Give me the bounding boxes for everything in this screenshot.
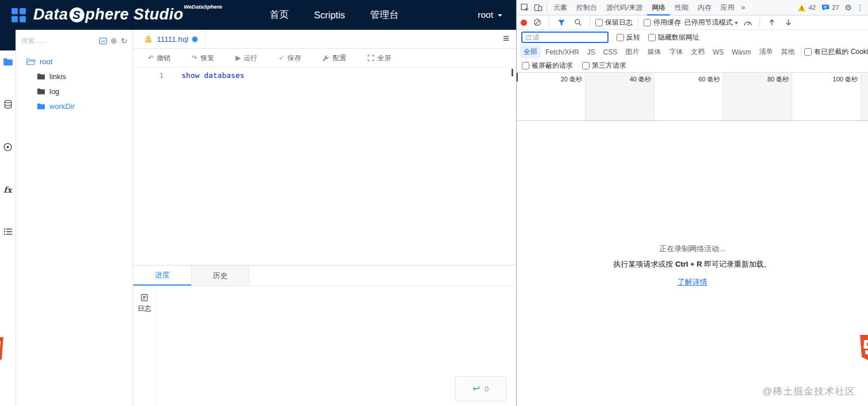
app-logo[interactable]: Data S phere Studio [33,6,184,24]
import-har-icon[interactable] [765,15,778,29]
code-editor[interactable]: 1 show databases [133,68,516,265]
throttling-select[interactable]: 已停用节流模式 ▾ [684,18,738,28]
hide-data-urls-checkbox[interactable] [648,34,656,41]
code-line[interactable]: show databases [172,68,245,265]
tab-memory[interactable]: 内存 [693,0,716,15]
user-menu[interactable]: root [478,0,502,30]
tab-progress[interactable]: 进度 [133,266,191,286]
filter-chip-css[interactable]: CSS [600,46,621,58]
target-icon[interactable] [3,142,13,152]
filter-chip-ws[interactable]: WS [709,46,727,58]
record-button[interactable] [521,19,527,26]
tree-item-root[interactable]: root [16,54,133,69]
tab-performance[interactable]: 性能 [670,0,693,15]
tab-history[interactable]: 历史 [191,266,249,286]
editor-tabbar: 11111.hql ≡ [133,30,516,49]
apps-grid-icon[interactable] [11,8,26,23]
more-tabs-icon[interactable]: » [739,3,747,11]
undo-button[interactable]: ↶ 撤销 [148,53,170,63]
run-label: 运行 [243,53,257,63]
tab-console[interactable]: 控制台 [572,0,602,15]
file-explorer: ⊕ ↻ root linkis log workDir [16,30,133,406]
brand-post: phere Studio [86,6,184,24]
filter-chip-fonts[interactable]: 字体 [665,45,686,58]
tab-sources[interactable]: 源代码/来源 [602,0,647,15]
run-button[interactable]: ▶ 运行 [235,53,257,63]
nav-item-home[interactable]: 首页 [270,9,289,21]
filter-chip-docs[interactable]: 文档 [687,45,708,58]
timeline-band: 60 毫秒 [654,73,723,120]
editor-tab-hql[interactable]: 11111.hql [137,30,206,48]
database-icon[interactable] [3,99,13,110]
nav-item-scriptis[interactable]: Scriptis [314,10,345,21]
redo-button[interactable]: ↷ 恢复 [192,53,214,63]
tree-item-linkis[interactable]: linkis [16,69,133,84]
filter-chip-other[interactable]: 其他 [777,45,798,58]
disable-cache-option[interactable]: 停用缓存 [644,18,681,28]
inspect-element-icon[interactable] [518,1,532,14]
config-button[interactable]: 配置 [322,53,346,63]
filter-chip-all[interactable]: 全部 [520,45,541,58]
tab-list-menu-icon[interactable]: ≡ [503,32,509,45]
fullscreen-button[interactable]: 全屏 [367,53,391,63]
workspace-folder-icon[interactable] [3,57,13,67]
network-conditions-icon[interactable] [741,15,754,29]
kebab-menu-icon[interactable]: ⋮ [854,3,866,12]
nav-item-console[interactable]: 管理台 [370,9,399,21]
filter-chip-js[interactable]: JS [584,46,599,58]
learn-more-link[interactable]: 了解详情 [677,277,707,287]
refresh-icon[interactable]: ↻ [121,37,127,45]
filter-chip-media[interactable]: 媒体 [644,45,664,58]
blocked-requests-option[interactable]: 被屏蔽的请求 [522,61,573,71]
issues-badge[interactable]: 27 [819,4,842,11]
disable-cache-checkbox[interactable] [644,19,651,26]
invert-option[interactable]: 反转 [617,33,640,42]
filter-chip-wasm[interactable]: Wasm [728,46,755,58]
invert-checkbox[interactable] [617,34,624,41]
chevron-down-icon: ▾ [735,19,738,26]
file-search-input[interactable] [21,37,95,45]
function-fx-icon[interactable]: fx [3,185,11,195]
log-icon [141,294,148,302]
warnings-badge[interactable]: 42 [795,4,819,11]
filter-funnel-icon[interactable] [555,15,568,29]
tab-network[interactable]: 网络 [647,0,670,15]
html5-logo-partial-left [0,337,5,360]
add-icon[interactable]: ⊕ [111,37,118,45]
save-button[interactable]: ✓ 保存 [278,53,301,63]
import-icon[interactable] [99,37,107,45]
editor-scrollbar-thumb[interactable] [512,69,513,76]
export-har-icon[interactable] [782,15,795,29]
third-party-checkbox[interactable] [582,62,590,69]
preserve-log-option[interactable]: 保留日志 [595,18,633,28]
filter-chip-manifest[interactable]: 清单 [755,45,776,58]
preserve-log-label: 保留日志 [605,18,633,28]
rollback-counter-button[interactable]: ↩ 0 [455,376,506,401]
clear-icon[interactable] [530,15,544,29]
filter-chip-fetch-xhr[interactable]: Fetch/XHR [542,46,583,58]
network-toolbar: 保留日志 停用缓存 已停用节流模式 ▾ [517,15,868,30]
search-icon[interactable] [571,15,584,29]
log-side-tab[interactable]: 日志 [133,286,156,406]
tree-item-workdir[interactable]: workDir [16,99,133,114]
blocked-requests-checkbox[interactable] [522,62,529,69]
hide-data-urls-option[interactable]: 隐藏数据网址 [648,33,699,42]
network-timeline[interactable]: 20 毫秒 40 毫秒 60 毫秒 80 毫秒 100 毫秒 [517,73,868,121]
tab-elements[interactable]: 元素 [549,0,572,15]
timeline-band: 20 毫秒 [517,73,586,120]
settings-gear-icon[interactable]: ⚙ [842,3,854,12]
timeline-band [861,73,868,120]
tree-item-log[interactable]: log [16,84,133,99]
table-list-icon[interactable] [3,228,13,236]
blocked-cookies-checkbox[interactable] [804,48,812,56]
network-filter-input[interactable] [521,32,609,43]
tab-application[interactable]: 应用 [716,0,739,15]
preserve-log-checkbox[interactable] [595,19,603,26]
device-toolbar-icon[interactable] [532,1,545,14]
divider [549,18,549,27]
filter-chip-images[interactable]: 图片 [622,45,642,58]
blocked-cookies-option[interactable]: 有已拦截的 Cookie [804,47,868,57]
devtools-tabbar: 元素 控制台 源代码/来源 网络 性能 内存 应用 » 42 27 ⚙ ⋮ [517,0,868,15]
throttling-value: 已停用节流模式 [684,18,733,28]
third-party-option[interactable]: 第三方请求 [582,61,626,71]
